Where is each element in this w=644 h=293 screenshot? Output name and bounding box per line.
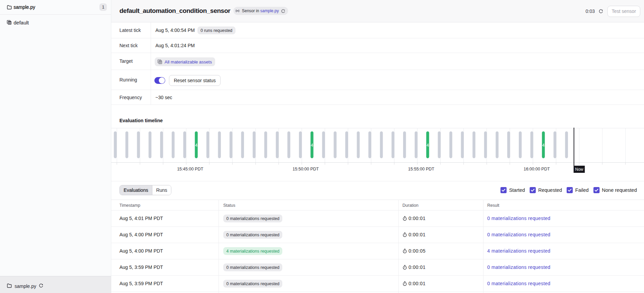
svg-text:16:00:00 PDT: 16:00:00 PDT [524, 167, 550, 171]
svg-text:15:50:00 PDT: 15:50:00 PDT [292, 167, 319, 171]
svg-text:Now: Now [575, 167, 583, 172]
svg-text:15:45:00 PDT: 15:45:00 PDT [177, 167, 203, 171]
svg-text:4: 4 [311, 143, 313, 148]
svg-text:4: 4 [195, 143, 197, 148]
svg-text:15:55:00 PDT: 15:55:00 PDT [408, 167, 434, 171]
svg-text:4: 4 [542, 143, 545, 148]
svg-text:4: 4 [427, 143, 429, 148]
